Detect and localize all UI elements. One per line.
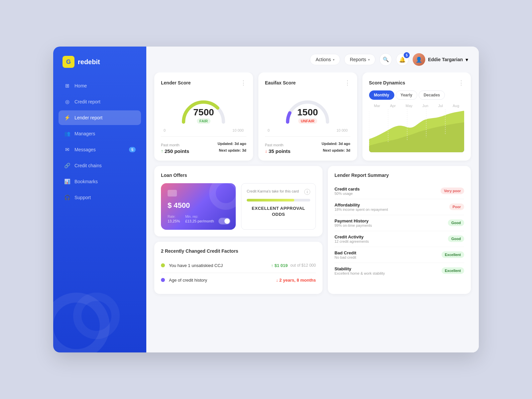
equifax-points-change: ↓ 35 points: [265, 148, 291, 154]
equifax-score-footer: Past month ↓ 35 points Updated: 3d ago: [265, 136, 350, 154]
nav-badge-messages: 5: [129, 147, 136, 152]
lender-updated-value: 3d ago: [234, 142, 246, 146]
sidebar-item-support[interactable]: 🎧 Support: [59, 190, 141, 205]
summary-badge-4: Excellent: [442, 251, 464, 258]
summary-item-name-5: Stability: [334, 266, 385, 271]
actions-button[interactable]: Actions ▾: [310, 54, 340, 65]
sidebar: G redebit ⊞ Home ◎ Credit report ⚡ Lende…: [53, 47, 146, 352]
sidebar-item-managers[interactable]: 👥 Managers: [59, 126, 141, 141]
summary-badge-0: Very poor: [441, 188, 464, 194]
nav-label-lender-report: Lender report: [74, 115, 102, 120]
ccj-amount-1: ↑ $1 019: [271, 263, 288, 268]
chart-month-labels: Mar Apr May Jun Jul Aug: [369, 104, 464, 108]
summary-badge-2: Good: [448, 219, 464, 226]
sidebar-item-bookmarks[interactable]: 📊 Bookmarks: [59, 174, 141, 189]
nav-icon-managers: 👥: [64, 130, 70, 137]
equifax-gauge-container: 1500 UNFAIR: [265, 90, 350, 127]
nav-label-home: Home: [74, 83, 87, 88]
sidebar-item-credit-chains[interactable]: 🔗 Credit chains: [59, 158, 141, 173]
credit-card-visual: $ 4500 Rate: 13,25% Min. rep: £13,25 per…: [161, 183, 236, 230]
summary-item-sub-2: 99% on-time payments: [334, 223, 372, 227]
sidebar-item-home[interactable]: ⊞ Home: [59, 78, 141, 93]
equifax-gauge-range: 0 10 000: [265, 128, 350, 132]
lender-next-update: Next update: 3d: [218, 147, 246, 154]
karma-take-text: Credit Karma's take for this card: [247, 189, 299, 194]
content-area: Lender Score ⋮ 7500 FAIR: [146, 72, 479, 352]
search-icon: 🔍: [383, 57, 389, 63]
tab-yearly[interactable]: Yearly: [396, 90, 417, 100]
sidebar-item-messages[interactable]: ✉ Messages 5: [59, 142, 141, 157]
nav-icon-lender-report: ⚡: [64, 114, 70, 121]
bottom-section: Loan Offers $ 4500: [154, 166, 471, 294]
score-dynamics-title: Score Dynamics: [369, 80, 405, 85]
sidebar-item-lender-report[interactable]: ⚡ Lender report: [59, 110, 141, 125]
reports-button[interactable]: Reports ▾: [344, 54, 375, 65]
logo-icon: G: [63, 56, 74, 68]
ccj-limit-1: out of $12 000: [290, 263, 316, 268]
card-toggle[interactable]: [218, 218, 230, 224]
summary-item-left-2: Payment History 99% on-time payments: [334, 218, 372, 227]
toggle-dot: [224, 218, 230, 224]
equifax-updated: Updated: 3d ago: [322, 141, 350, 147]
nav-label-messages: Messages: [74, 147, 96, 152]
tab-decades[interactable]: Decades: [419, 90, 445, 100]
search-button[interactable]: 🔍: [379, 53, 392, 66]
notifications-badge: 5: [404, 52, 410, 58]
approval-box: Credit Karma's take for this card i EXCE…: [241, 183, 316, 230]
nav-icon-credit-chains: 🔗: [64, 162, 70, 169]
lender-past-label: Past month: [161, 143, 189, 147]
summary-item-left-3: Credit Activity 12 credit agreements: [334, 234, 369, 243]
lender-summary-card: Lender Report Summary Credit cards 50% u…: [328, 166, 471, 294]
summary-item-left-1: Affordability 18% income spent on repaym…: [334, 202, 388, 211]
lender-next-value: 3d: [242, 148, 246, 152]
summary-title: Lender Report Summary: [334, 173, 464, 178]
top-row: Lender Score ⋮ 7500 FAIR: [154, 72, 471, 161]
nav-label-support: Support: [74, 195, 91, 200]
nav-label-credit-report: Credit report: [74, 99, 100, 104]
lender-next-label: Next update:: [219, 148, 241, 152]
equifax-score-menu-icon[interactable]: ⋮: [344, 79, 350, 86]
info-icon[interactable]: i: [304, 189, 310, 195]
summary-items: Credit cards 50% usage Very poor Afforda…: [334, 183, 464, 279]
ccj-dot-1: [161, 263, 165, 267]
equifax-arrow-icon: ↓: [265, 148, 267, 154]
summary-item-3: Credit Activity 12 credit agreements Goo…: [334, 231, 464, 247]
equifax-score-card: Eauifax Score ⋮ 1500 UNFAIR: [258, 72, 357, 161]
equifax-next-value: 3d: [346, 148, 350, 152]
equifax-updated-value: 3d ago: [338, 142, 350, 146]
summary-item-4: Bad Credit No bad credit Excellent: [334, 247, 464, 263]
progress-fill: [247, 199, 294, 201]
ccj-text-1: You have 1 unsatiskied CCJ: [169, 263, 267, 268]
main-panel: Actions ▾ Reports ▾ 🔍 🔔 5 👤 Eddie Targar…: [146, 47, 479, 352]
score-dynamics-card: Score Dynamics ⋮ Monthly Yearly Decades …: [362, 72, 471, 161]
summary-item-name-0: Credit cards: [334, 187, 360, 192]
reports-label: Reports: [350, 57, 366, 62]
equifax-score-header: Eauifax Score ⋮: [265, 79, 350, 86]
summary-item-5: Stability Excellent home & work stabilit…: [334, 263, 464, 279]
summary-item-name-4: Bad Credit: [334, 250, 356, 255]
lender-score-status: FAIR: [197, 118, 210, 124]
progress-bar: [247, 199, 310, 201]
ccj-right-1: ↑ $1 019 out of $12 000: [271, 263, 316, 268]
lender-score-menu-icon[interactable]: ⋮: [240, 79, 246, 86]
user-profile[interactable]: 👤 Eddie Targarian ▾: [413, 53, 468, 66]
lender-range-min: 0: [164, 128, 166, 132]
tab-monthly[interactable]: Monthly: [369, 90, 394, 100]
score-dynamics-menu-icon[interactable]: ⋮: [458, 79, 464, 86]
lender-range-max: 10 000: [232, 128, 244, 132]
equifax-score-value: 1500: [297, 107, 318, 118]
nav-icon-credit-report: ◎: [64, 98, 70, 105]
equifax-next-label: Next update:: [323, 148, 345, 152]
notifications-button[interactable]: 🔔 5: [396, 53, 409, 66]
summary-badge-1: Poor: [449, 203, 464, 210]
lender-points-value: 250 points: [165, 148, 189, 154]
equifax-points-value: 35 points: [269, 148, 291, 154]
summary-item-left-5: Stability Excellent home & work stabilit…: [334, 266, 385, 275]
lender-gauge-container: 7500 FAIR: [161, 90, 246, 127]
lender-update-info: Updated: 3d ago Next update: 3d: [218, 141, 246, 154]
sidebar-item-credit-report[interactable]: ◎ Credit report: [59, 94, 141, 109]
summary-item-2: Payment History 99% on-time payments Goo…: [334, 215, 464, 231]
equifax-score-title: Eauifax Score: [265, 80, 296, 85]
lender-score-header: Lender Score ⋮: [161, 79, 246, 86]
summary-item-sub-5: Excellent home & work stability: [334, 271, 385, 275]
